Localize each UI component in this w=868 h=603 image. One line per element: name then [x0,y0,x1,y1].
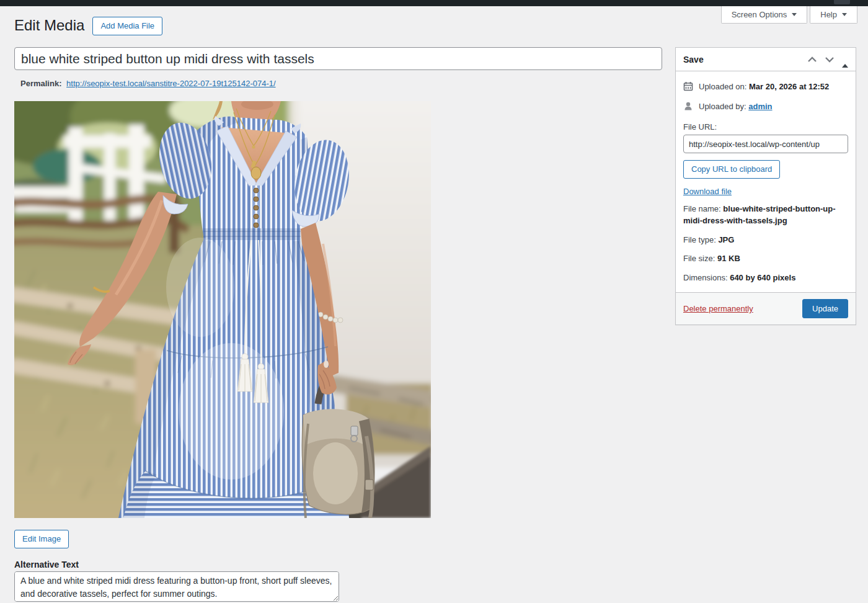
permalink: Permalink: http://seopix-test.local/sans… [20,79,276,88]
dimensions-label: Dimensions: [683,273,728,282]
uploaded-by-row: Uploaded by: admin [683,96,848,116]
chevron-down-icon [792,13,797,16]
help-tab[interactable]: Help [810,6,857,24]
uploaded-on-label: Uploaded on: [699,82,746,91]
download-file-row: Download file [683,179,848,197]
attachment-photo [14,101,431,518]
file-name-line: File name: blue-white-striped-button-up-… [683,197,848,228]
metabox-handle-actions [807,56,848,63]
add-media-file-button[interactable]: Add Media File [92,17,162,35]
save-metabox-body: Uploaded on: Mar 20, 2026 at 12:52 Uploa… [676,71,856,292]
save-metabox: Save Uploaded on: [675,47,856,325]
move-down-icon[interactable] [825,56,835,63]
uploaded-by-label: Uploaded by: [699,102,746,111]
delete-permanently-link[interactable]: Delete permanently [683,304,753,313]
dimensions-line: Dimensions: 640 by 640 pixels [683,266,848,285]
uploaded-on-text: Uploaded on: Mar 20, 2026 at 12:52 [699,82,829,91]
screen-meta-links: Screen Options Help [721,6,857,24]
save-metabox-header[interactable]: Save [676,48,856,71]
move-up-icon[interactable] [807,56,817,63]
page-header: Edit Media Add Media File [14,17,162,35]
copy-url-button[interactable]: Copy URL to clipboard [683,160,780,179]
permalink-label: Permalink: [20,79,61,88]
file-type-label: File type: [683,235,716,244]
admin-bar [0,0,868,6]
screen-options-label: Screen Options [732,10,787,19]
uploaded-on-row: Uploaded on: Mar 20, 2026 at 12:52 [683,76,848,96]
download-file-link[interactable]: Download file [683,187,732,196]
dimensions-value: 640 by 640 pixels [730,273,795,282]
screen-options-tab[interactable]: Screen Options [721,6,808,24]
uploaded-by-link[interactable]: admin [748,102,772,111]
permalink-link[interactable]: http://seopix-test.local/sanstitre-2022-… [66,79,275,88]
chevron-down-icon [842,13,847,16]
edit-image-button[interactable]: Edit Image [14,530,69,548]
save-metabox-footer: Delete permanently Update [676,292,856,324]
update-button[interactable]: Update [802,299,848,318]
file-size-label: File size: [683,254,715,263]
uploaded-by-text: Uploaded by: admin [699,102,773,111]
file-type-value: JPG [718,235,734,244]
file-size-line: File size: 91 KB [683,247,848,266]
save-metabox-title: Save [683,55,704,65]
admin-bar-fragment [834,0,850,4]
attachment-photo-svg [14,101,431,518]
file-url-label: File URL: [683,116,848,135]
file-type-line: File type: JPG [683,228,848,248]
alt-text-input[interactable]: A blue and white striped midi dress feat… [14,571,339,602]
help-label: Help [820,10,837,19]
alt-text-label: Alternative Text [14,560,79,570]
calendar-icon [683,81,693,91]
user-icon [683,101,693,111]
file-url-input[interactable] [683,135,848,153]
page-title: Edit Media [14,17,84,35]
uploaded-on-value: Mar 20, 2026 at 12:52 [749,82,829,91]
file-size-value: 91 KB [717,254,740,263]
media-title-input[interactable] [14,47,662,70]
file-name-label: File name: [683,204,721,213]
